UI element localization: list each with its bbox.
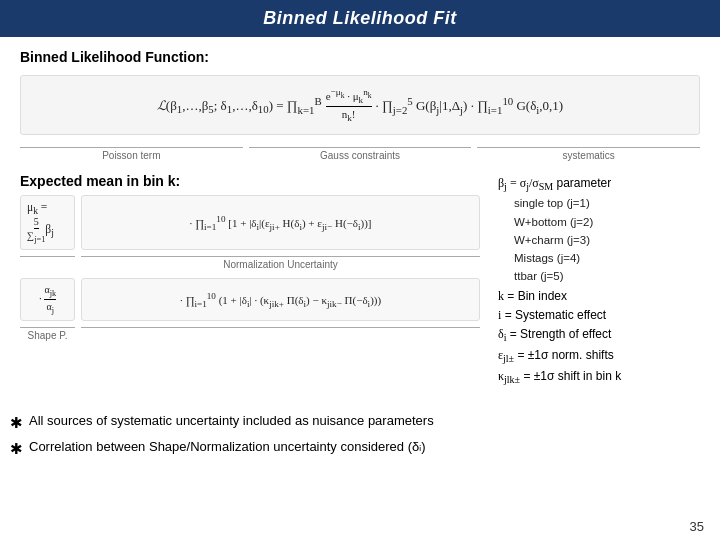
- page-title: Binned Likelihood Fit: [263, 8, 457, 28]
- bullet-text-1: All sources of systematic uncertainty in…: [29, 412, 434, 430]
- norm-uncertainty-label: Normalization Uncertainty: [81, 256, 480, 270]
- title-bar: Binned Likelihood Fit: [0, 0, 720, 37]
- bullet-line-2: ✱ Correlation between Shape/Normalizatio…: [10, 438, 710, 459]
- expected-label: Expected mean in bin k:: [20, 173, 480, 189]
- bullet-text-2: Correlation between Shape/Normalization …: [29, 438, 426, 456]
- main-formula-block: ℒ(β1,…,β5; δ1,…,δ10) = ∏k=1B e−μk · μknk…: [20, 75, 700, 135]
- wbottom-line: W+bottom (j=2): [498, 214, 700, 231]
- mistags-line: Mistags (j=4): [498, 250, 700, 267]
- formula-annotations-row: Poisson term Gauss constraints systemati…: [20, 147, 700, 161]
- shape-labels-row: Shape P.: [20, 327, 480, 341]
- poisson-label: Poisson term: [20, 147, 243, 161]
- mu-labels-row: Normalization Uncertainty: [20, 256, 480, 270]
- mu-product-box: · ∏i=110 [1 + |δi|(εji+ H(δi) + εji− H(−…: [81, 195, 480, 250]
- delta-line: δi = Strength of effect: [498, 325, 700, 345]
- left-panel: Expected mean in bin k: μk = 5∑j=1βj · ∏…: [20, 169, 480, 396]
- bullet-line-1: ✱ All sources of systematic uncertainty …: [10, 412, 710, 433]
- alpha-formula-row: · αjkαj · ∏i=110 (1 + |δi| · (κjik+ Π(δi…: [20, 278, 480, 321]
- single-top-line: single top (j=1): [498, 195, 700, 212]
- mu-sum-box: μk = 5∑j=1βj: [20, 195, 75, 250]
- param-list: βj = σj/σSM parameter single top (j=1) W…: [498, 174, 700, 388]
- wcharm-line: W+charm (j=3): [498, 232, 700, 249]
- main-formula-text: ℒ(β1,…,β5; δ1,…,δ10) = ∏k=1B e−μk · μknk…: [157, 87, 563, 123]
- content-area: Binned Likelihood Function: ℒ(β1,…,β5; δ…: [0, 37, 720, 404]
- right-panel: βj = σj/σSM parameter single top (j=1) W…: [490, 169, 700, 396]
- mu-formula-row: μk = 5∑j=1βj · ∏i=110 [1 + |δi|(εji+ H(δ…: [20, 195, 480, 250]
- beta-param-line: βj = σj/σSM parameter: [498, 174, 700, 194]
- main-split-area: Expected mean in bin k: μk = 5∑j=1βj · ∏…: [20, 169, 700, 396]
- page-number: 35: [690, 519, 704, 534]
- alpha-frac-box: · αjkαj: [20, 278, 75, 321]
- epsilon-line: εjl± = ±1σ norm. shifts: [498, 346, 700, 366]
- gauss-label: Gauss constraints: [249, 147, 472, 161]
- bottom-section: ✱ All sources of systematic uncertainty …: [0, 412, 720, 459]
- shape-label: Shape P.: [20, 327, 75, 341]
- kappa-line: κjlk± = ±1σ shift in bin k: [498, 367, 700, 387]
- bullet-star-1: ✱: [10, 412, 23, 433]
- shape-empty-label: [81, 327, 480, 341]
- k-line: k = Bin index: [498, 287, 700, 305]
- systematics-label: systematics: [477, 147, 700, 161]
- bullet-star-2: ✱: [10, 438, 23, 459]
- function-title: Binned Likelihood Function:: [20, 49, 700, 65]
- i-line: i = Systematic effect: [498, 306, 700, 324]
- ttbar-line: ttbar (j=5): [498, 268, 700, 285]
- shape-product-box: · ∏i=110 (1 + |δi| · (κjik+ Π(δi) − κjik…: [81, 278, 480, 321]
